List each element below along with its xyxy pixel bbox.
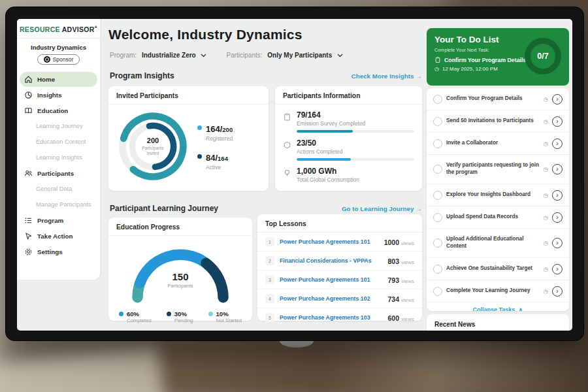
- task-checkbox[interactable]: [433, 287, 442, 296]
- legend-pending: 30%Pending: [167, 310, 193, 323]
- go-to-learning-journey-link[interactable]: Go to Learning Journey →: [342, 205, 422, 212]
- lesson-link[interactable]: Power Purchase Agreements 102: [280, 295, 382, 302]
- clipboard-icon: [283, 112, 291, 122]
- task-open-button[interactable]: ›: [552, 286, 563, 297]
- sidebar-item-program[interactable]: Program: [20, 213, 97, 228]
- task-row[interactable]: Explore Your Insights Dashboard ◷ ›: [427, 184, 569, 206]
- participants-filter[interactable]: Participants: Only My Participants: [226, 52, 343, 59]
- collapse-caret-icon: ∧: [518, 306, 523, 311]
- legend-dot: [167, 312, 171, 316]
- learning-journey-header: Participant Learning Journey Go to Learn…: [110, 204, 422, 213]
- actions-progress-bar: [297, 158, 414, 161]
- sidebar-item-take-action[interactable]: Take Action: [20, 229, 97, 244]
- page-title: Welcome, Industry Dynamics: [108, 27, 302, 42]
- sidebar-item-learning-insights[interactable]: Learning Insights: [20, 150, 97, 165]
- clock-icon: ◷: [544, 118, 548, 125]
- legend-dot: [197, 125, 202, 130]
- program-insights-header: Program Insights Check More Insights →: [110, 71, 422, 80]
- invited-donut-chart: 200 Participants Invited: [115, 108, 191, 184]
- task-checkbox[interactable]: [433, 265, 442, 274]
- lesson-row: 1 Power Purchase Agreements 101 1000view…: [257, 233, 422, 252]
- participants-icon: [24, 169, 33, 178]
- task-row[interactable]: Complete Your Learning Journey ◷ ›: [427, 280, 569, 302]
- chevron-down-icon: [201, 54, 206, 57]
- sidebar-item-manage-participants[interactable]: Manage Participants: [20, 197, 97, 212]
- lesson-link[interactable]: Power Purchase Agreements 101: [280, 276, 382, 283]
- program-filter-label: Program:: [110, 52, 137, 59]
- lesson-link[interactable]: Power Purchase Agreements 103: [280, 314, 382, 321]
- todo-task-list: Confirm Your Program Details ◷ › Send 50…: [427, 88, 569, 311]
- sidebar-item-learning-journey[interactable]: Learning Journey: [20, 119, 97, 134]
- sidebar-nav: Home Insights Education Learning Journey…: [17, 72, 100, 259]
- clock-icon: ◷: [544, 214, 548, 221]
- task-open-button[interactable]: ›: [552, 139, 563, 149]
- sidebar-item-home[interactable]: Home: [20, 72, 97, 87]
- rank-badge: 2: [265, 256, 274, 265]
- participants-filter-value: Only My Participants: [267, 52, 332, 59]
- task-checkbox[interactable]: [433, 117, 442, 126]
- lesson-link[interactable]: Power Purchase Agreements 101: [280, 238, 379, 245]
- task-open-button[interactable]: ›: [552, 164, 563, 174]
- sidebar-item-general-data[interactable]: General Data: [20, 182, 97, 197]
- task-row[interactable]: Upload Spend Data Records ◷ ›: [427, 206, 569, 229]
- sidebar-item-settings[interactable]: Settings: [20, 244, 97, 259]
- task-row[interactable]: Verify participants requesting to join t…: [427, 155, 569, 184]
- sidebar-item-education-content[interactable]: Education Content: [20, 135, 97, 150]
- sidebar-item-participants[interactable]: Participants: [20, 166, 97, 181]
- dashboard-screen: RESOURCE ADVISOR+ Industry Dynamics Spon…: [17, 19, 572, 331]
- legend-dot: [197, 154, 202, 159]
- lesson-link[interactable]: Financial Considerations - VPPAs: [280, 257, 382, 264]
- recent-news-title: Recent News: [427, 314, 569, 331]
- task-checkbox[interactable]: [433, 191, 442, 200]
- education-progress-card: Education Progress 150 Participants 60%C…: [108, 218, 252, 321]
- lesson-row: 2 Financial Considerations - VPPAs 803vi…: [257, 252, 422, 270]
- task-checkbox[interactable]: [433, 238, 442, 248]
- sidebar-item-label: Home: [37, 76, 55, 83]
- sponsor-badge[interactable]: Sponsor: [37, 54, 80, 65]
- task-row[interactable]: Achieve One Sustainability Target ◷ ›: [427, 258, 569, 280]
- sidebar-item-education[interactable]: Education: [20, 103, 97, 118]
- legend-registered: 164/200 Registered: [197, 123, 233, 142]
- logo-resource: RESOURCE: [20, 25, 60, 33]
- task-row[interactable]: Confirm Your Program Details ◷ ›: [427, 88, 569, 110]
- task-open-button[interactable]: ›: [552, 212, 563, 223]
- sidebar-item-insights[interactable]: Insights: [20, 88, 97, 103]
- task-open-button[interactable]: ›: [552, 264, 563, 274]
- monitor-bezel: RESOURCE ADVISOR+ Industry Dynamics Spon…: [5, 7, 584, 341]
- sidebar-item-label: Insights: [37, 91, 62, 99]
- home-icon: [24, 75, 33, 84]
- rank-badge: 3: [265, 275, 274, 284]
- program-filter[interactable]: Program: Industrialize Zero: [110, 52, 206, 59]
- task-checkbox[interactable]: [433, 95, 442, 104]
- sidebar-item-label: Settings: [37, 248, 63, 255]
- donut-center-value: 200: [147, 137, 159, 144]
- todo-due: 12 May 2025, 12:00 PM: [442, 66, 498, 72]
- task-row[interactable]: Invite a Collaborator ◷ ›: [427, 133, 569, 155]
- settings-icon: [24, 248, 33, 256]
- legend-dot: [208, 312, 213, 316]
- task-open-button[interactable]: ›: [552, 94, 563, 105]
- task-row[interactable]: Send 50 Invitations to Participants ◷ ›: [427, 110, 569, 133]
- task-checkbox[interactable]: [433, 165, 442, 174]
- app-logo: RESOURCE ADVISOR+: [17, 19, 100, 39]
- sidebar-item-label: Learning Insights: [36, 154, 82, 161]
- clock-icon: ◷: [544, 96, 548, 103]
- program-icon: [24, 216, 33, 225]
- task-checkbox[interactable]: [433, 213, 442, 222]
- insights-icon: [24, 91, 33, 99]
- collapse-tasks-link[interactable]: Collapse Tasks ∧: [427, 302, 569, 311]
- sidebar-item-label: Education: [37, 107, 68, 114]
- clock-icon: ◷: [544, 192, 548, 199]
- task-checkbox[interactable]: [433, 139, 442, 148]
- lesson-row: 4 Power Purchase Agreements 102 734views: [257, 289, 422, 308]
- task-open-button[interactable]: ›: [552, 116, 563, 127]
- check-more-insights-link[interactable]: Check More Insights →: [351, 73, 422, 80]
- logo-plus: +: [95, 25, 97, 29]
- lesson-row: 3 Power Purchase Agreements 101 793views: [257, 270, 422, 289]
- task-open-button[interactable]: ›: [552, 238, 563, 248]
- todo-progress-ring: 0/7: [525, 38, 561, 74]
- legend-dot: [119, 312, 123, 316]
- task-open-button[interactable]: ›: [552, 190, 563, 201]
- invited-participants-card: Invited Participants 200 Participants In…: [108, 86, 269, 191]
- task-row[interactable]: Upload Additional Educational Content ◷ …: [427, 229, 569, 258]
